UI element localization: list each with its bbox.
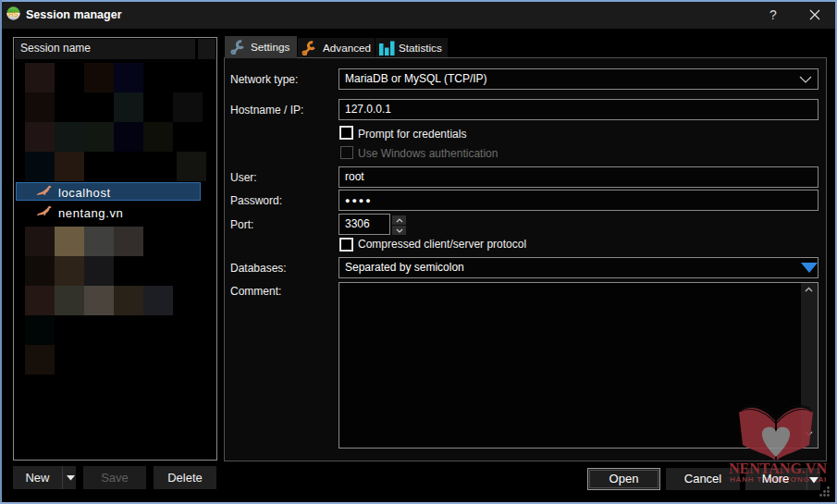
svg-text:HS: HS <box>8 10 19 18</box>
